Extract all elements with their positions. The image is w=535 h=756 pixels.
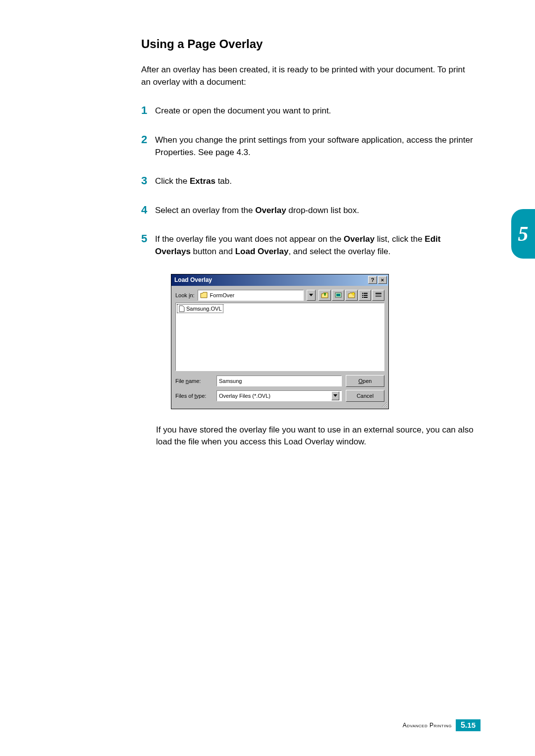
details-view-button[interactable] <box>372 290 384 301</box>
svg-rect-8 <box>375 293 381 294</box>
up-one-level-button[interactable] <box>319 290 331 301</box>
svg-rect-4 <box>362 295 363 296</box>
filetype-dropdown-arrow[interactable] <box>331 391 339 400</box>
svg-line-16 <box>386 407 387 407</box>
details-icon <box>374 292 382 299</box>
new-folder-button[interactable] <box>345 290 358 301</box>
svg-rect-2 <box>362 293 363 294</box>
open-button[interactable]: Open <box>346 375 384 387</box>
svg-rect-5 <box>364 295 368 296</box>
svg-rect-6 <box>362 297 363 298</box>
step-3: 3 Click the Extras tab. <box>141 174 476 188</box>
filetype-dropdown[interactable]: Overlay Files (*.OVL) <box>216 390 342 401</box>
svg-rect-9 <box>375 295 381 295</box>
folder-up-icon <box>321 292 329 299</box>
dialog-title: Load Overlay <box>174 276 212 283</box>
step-1: 1 Create or open the document you want t… <box>141 104 476 117</box>
filename-value: Samsung <box>219 378 242 384</box>
close-button[interactable]: × <box>378 276 387 284</box>
resize-grip-icon[interactable] <box>380 401 387 408</box>
file-item-label: Samsung.OVL <box>186 306 222 312</box>
step-text: If the overlay file you want does not ap… <box>155 232 476 258</box>
chapter-tab: 5 <box>511 209 535 259</box>
step-text: Select an overlay from the Overlay drop-… <box>155 204 359 217</box>
step-2: 2 When you change the print settings fro… <box>141 133 476 159</box>
desktop-button[interactable] <box>332 290 344 301</box>
file-list[interactable]: Samsung.OVL <box>175 303 384 371</box>
footer-page-number: 5.15 <box>456 719 481 731</box>
filename-input[interactable]: Samsung <box>216 376 342 386</box>
lookin-dropdown[interactable]: FormOver <box>198 290 304 301</box>
new-folder-icon <box>348 292 356 299</box>
filetype-value: Overlay Files (*.OVL) <box>219 393 270 399</box>
chevron-down-icon <box>333 394 337 397</box>
step-4: 4 Select an overlay from the Overlay dro… <box>141 204 476 217</box>
footer-section-label: Advanced Printing <box>403 722 452 729</box>
desktop-icon <box>334 292 342 299</box>
filetype-label: Files of type: <box>175 393 213 399</box>
svg-rect-7 <box>364 297 368 298</box>
load-overlay-dialog: Load Overlay ? × Look in: FormOver <box>171 274 389 409</box>
svg-rect-1 <box>336 294 340 296</box>
chevron-down-icon <box>309 294 313 297</box>
heading-using-page-overlay: Using a Page Overlay <box>141 37 476 51</box>
lookin-value: FormOver <box>210 292 235 298</box>
lookin-label: Look in: <box>175 292 195 298</box>
post-dialog-paragraph: If you have stored the overlay file you … <box>156 424 476 448</box>
list-icon <box>361 292 369 299</box>
lookin-dropdown-arrow[interactable] <box>307 290 316 301</box>
step-text: Click the Extras tab. <box>155 174 232 188</box>
step-number: 5 <box>141 232 155 245</box>
step-text: When you change the print settings from … <box>155 133 476 159</box>
dialog-titlebar: Load Overlay ? × <box>171 274 388 286</box>
intro-paragraph: After an overlay has been created, it is… <box>141 64 476 88</box>
filename-label: File name: <box>175 378 213 384</box>
step-text: Create or open the document you want to … <box>155 104 331 117</box>
svg-rect-3 <box>364 293 368 294</box>
step-number: 3 <box>141 174 155 187</box>
cancel-button[interactable]: Cancel <box>346 390 384 402</box>
folder-icon <box>200 292 208 299</box>
help-button[interactable]: ? <box>368 276 377 284</box>
chapter-number: 5 <box>518 222 529 246</box>
file-item-samsung-ovl[interactable]: Samsung.OVL <box>177 304 223 313</box>
step-number: 2 <box>141 133 155 146</box>
svg-rect-10 <box>375 296 381 297</box>
file-icon <box>178 305 185 312</box>
step-5: 5 If the overlay file you want does not … <box>141 232 476 258</box>
list-view-button[interactable] <box>359 290 371 301</box>
step-number: 4 <box>141 204 155 216</box>
step-number: 1 <box>141 104 155 117</box>
page-footer: Advanced Printing 5.15 <box>403 719 481 731</box>
